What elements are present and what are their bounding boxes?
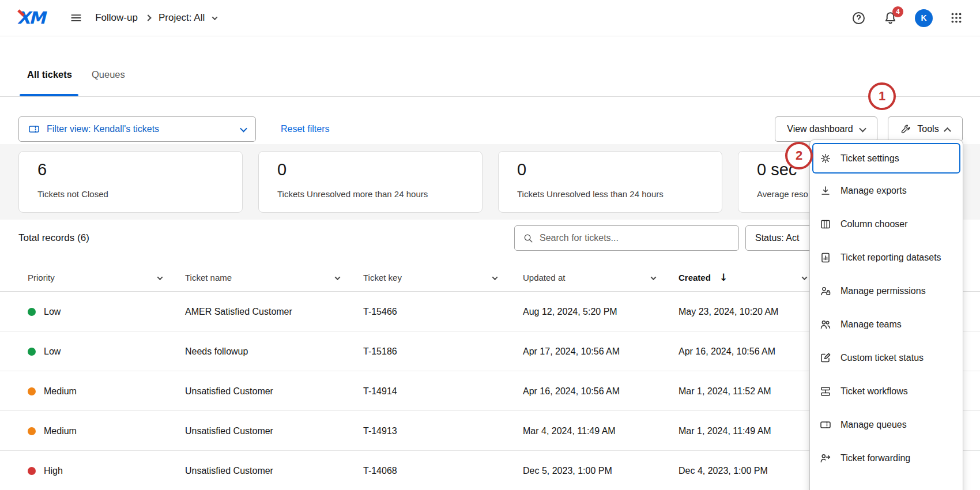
chevron-down-icon[interactable]: [157, 274, 163, 280]
stat-label: Tickets Unresolved less than 24 hours: [517, 189, 722, 199]
people-icon: [820, 319, 831, 330]
ticket-icon: [28, 123, 40, 135]
tab-queues[interactable]: Queues: [92, 69, 125, 80]
wrench-icon: [900, 124, 911, 135]
menu-item-label: Ticket reporting datasets: [840, 252, 941, 263]
tools-label: Tools: [917, 124, 938, 134]
hamburger-menu-icon[interactable]: [70, 12, 82, 24]
avatar[interactable]: K: [915, 9, 933, 27]
breadcrumb-separator-icon: [145, 14, 151, 21]
stat-label: Tickets not Closed: [37, 189, 242, 199]
priority-label: Low: [44, 307, 61, 317]
sort-descending-icon: ↓: [719, 272, 728, 283]
menu-item-custom-ticket-status[interactable]: Custom ticket status: [810, 341, 963, 375]
chevron-up-icon: [944, 127, 951, 134]
ticket-key: T-15186: [363, 331, 397, 371]
breadcrumb-scope[interactable]: Project: All: [159, 12, 205, 24]
reset-filters-link[interactable]: Reset filters: [281, 124, 329, 134]
tools-dropdown-menu: Ticket settings Manage exports Column ch…: [809, 140, 963, 490]
person-lock-icon: [820, 285, 831, 297]
breadcrumb-project[interactable]: Follow-up: [95, 12, 138, 24]
column-header-created[interactable]: Created: [679, 273, 711, 282]
status-filter-label: Status: Act: [755, 233, 799, 243]
ticket-name: AMER Satisfied Customer: [185, 292, 292, 331]
chevron-down-icon[interactable]: [335, 274, 341, 280]
view-dashboard-label: View dashboard: [787, 124, 853, 134]
priority-dot: [28, 467, 36, 475]
menu-item-ticket-forwarding[interactable]: Ticket forwarding: [810, 442, 963, 475]
created-at: Mar 1, 2024, 11:52 AM: [679, 371, 771, 411]
menu-item-label: Manage exports: [840, 186, 907, 196]
chevron-down-icon[interactable]: [492, 274, 498, 280]
view-dashboard-button[interactable]: View dashboard: [775, 116, 877, 142]
total-records: Total records (6): [18, 232, 89, 244]
chevron-down-icon[interactable]: [212, 14, 218, 20]
updated-at: Apr 16, 2024, 10:56 AM: [523, 371, 620, 411]
menu-item-ticket-workflows[interactable]: Ticket workflows: [810, 375, 963, 408]
priority-dot: [28, 348, 36, 356]
help-icon[interactable]: [851, 11, 866, 25]
report-chart-icon: [820, 252, 831, 263]
priority-dot: [28, 387, 36, 395]
column-header-priority[interactable]: Priority: [28, 273, 55, 282]
priority-label: Medium: [44, 386, 77, 397]
annotation-step-2: 2: [785, 142, 813, 169]
ticket-name: Unsatisfied Customer: [185, 451, 273, 490]
menu-item-label: Column chooser: [840, 219, 908, 229]
topbar-actions: 4 K: [851, 9, 963, 27]
xm-logo[interactable]: XM: [17, 8, 44, 28]
filter-view-button[interactable]: Filter view: Kendall's tickets: [18, 116, 256, 142]
created-at: May 23, 2024, 10:20 AM: [679, 292, 778, 331]
ticket-icon: [820, 419, 831, 431]
menu-item-label: Custom ticket status: [840, 353, 924, 363]
created-at: Mar 1, 2024, 11:49 AM: [679, 411, 771, 451]
gear-icon: [820, 153, 831, 164]
workflow-icon: [820, 386, 831, 397]
priority-label: Low: [44, 346, 61, 357]
ticket-key: T-15466: [363, 292, 397, 331]
breadcrumb: Follow-up Project: All: [95, 12, 217, 24]
menu-item-manage-permissions[interactable]: Manage permissions: [810, 274, 963, 308]
tab-all-tickets[interactable]: All tickets: [27, 69, 72, 80]
menu-item-manage-teams[interactable]: Manage teams: [810, 308, 963, 341]
stat-value: 0: [517, 160, 722, 179]
column-header-updated-at[interactable]: Updated at: [523, 273, 565, 282]
ticket-name: Unsatisfied Customer: [185, 411, 273, 451]
menu-item-manage-queues[interactable]: Manage queues: [810, 408, 963, 442]
ticket-name: Needs followup: [185, 331, 248, 371]
download-icon: [820, 185, 831, 197]
stat-label: Tickets Unresolved more than 24 hours: [277, 189, 482, 199]
column-header-ticket-key[interactable]: Ticket key: [363, 273, 402, 282]
search-input[interactable]: [540, 233, 730, 243]
chevron-down-icon[interactable]: [802, 274, 808, 280]
menu-item-column-chooser[interactable]: Column chooser: [810, 208, 963, 241]
menu-item-label: Ticket workflows: [840, 386, 908, 397]
tools-button[interactable]: Tools: [888, 116, 963, 142]
columns-icon: [820, 218, 831, 230]
menu-item-label: Manage queues: [840, 420, 907, 430]
ticket-key: T-14068: [363, 451, 397, 490]
menu-item-label: Manage permissions: [840, 286, 926, 296]
stat-card-unresolved-under-24h: 0 Tickets Unresolved less than 24 hours: [498, 151, 722, 213]
menu-item-manage-exports[interactable]: Manage exports: [810, 174, 963, 208]
menu-item-label: Ticket forwarding: [840, 453, 910, 463]
updated-at: Dec 5, 2023, 1:00 PM: [523, 451, 612, 490]
stat-value: 6: [37, 160, 242, 179]
menu-item-ticket-settings[interactable]: Ticket settings: [812, 143, 960, 174]
person-arrow-icon: [820, 453, 831, 464]
priority-dot: [28, 308, 36, 316]
stat-card-unresolved-over-24h: 0 Tickets Unresolved more than 24 hours: [258, 151, 483, 213]
ticket-name: Unsatisfied Customer: [185, 371, 273, 411]
updated-at: Apr 17, 2024, 10:56 AM: [523, 331, 620, 371]
notifications: 4: [883, 11, 898, 25]
menu-item-ticket-reporting-datasets[interactable]: Ticket reporting datasets: [810, 241, 963, 274]
notification-badge: 4: [892, 6, 903, 17]
chevron-down-icon[interactable]: [651, 274, 657, 280]
updated-at: Mar 4, 2024, 11:49 AM: [523, 411, 616, 451]
column-header-ticket-name[interactable]: Ticket name: [185, 273, 232, 282]
updated-at: Aug 12, 2024, 5:20 PM: [523, 292, 617, 331]
apps-grid-icon[interactable]: [950, 12, 963, 24]
created-at: Apr 16, 2024, 10:56 AM: [679, 331, 775, 371]
stat-value: 0: [277, 160, 482, 179]
chevron-down-icon: [859, 125, 866, 132]
